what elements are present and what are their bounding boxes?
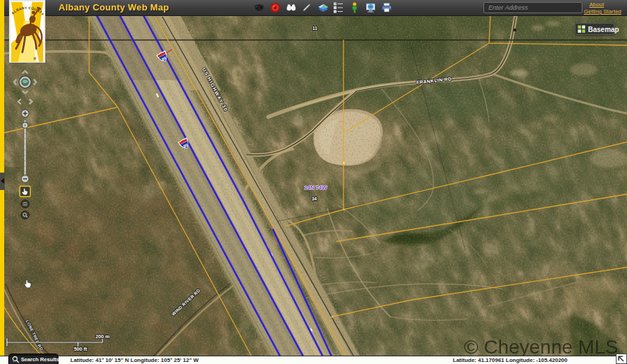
svg-text:11: 11 — [313, 26, 318, 31]
svg-text:500 ft: 500 ft — [74, 346, 87, 352]
svg-text:200 m: 200 m — [95, 333, 109, 340]
svg-text:14N 74W: 14N 74W — [304, 184, 327, 191]
svg-text:34: 34 — [311, 196, 317, 201]
svg-text:© Cheyenne MLS: © Cheyenne MLS — [464, 336, 618, 358]
